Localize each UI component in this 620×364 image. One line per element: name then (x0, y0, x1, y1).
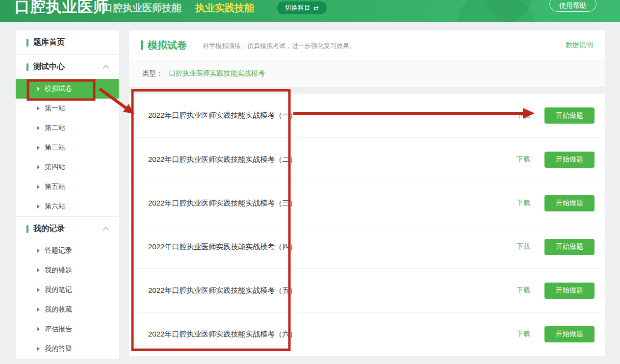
sidebar-item-label: 我的错题 (45, 266, 72, 275)
sidebar-item-station-3[interactable]: 第三站 (16, 138, 119, 157)
start-exam-button[interactable]: 开始做题 (544, 195, 594, 211)
help-button[interactable]: 使用帮助 (549, 0, 596, 12)
start-exam-button[interactable]: 开始做题 (544, 326, 594, 342)
switch-subject-button[interactable]: 切换科目 ⇄ (277, 1, 327, 14)
start-exam-button[interactable]: 开始做题 (544, 107, 594, 124)
exam-row-2: 2022年口腔执业医师实践技能实战模考（二） 下载 开始做题 (134, 137, 600, 181)
sidebar-section-test-center[interactable]: 测试中心 (16, 55, 119, 79)
download-link[interactable]: 下载 (517, 111, 530, 120)
sidebar-section-title: 测试中心 (33, 62, 65, 72)
exam-row-5: 2022年口腔执业医师实践技能实战模考（五） 下载 开始做题 (134, 268, 600, 312)
swap-arrows-icon: ⇄ (313, 4, 319, 12)
data-description-link[interactable]: 数据说明 (566, 41, 593, 50)
sidebar-item-station-2[interactable]: 第二站 (16, 118, 119, 138)
chevron-up-icon[interactable] (103, 227, 109, 233)
exam-title: 2022年口腔执业医师实践技能实战模考（三） (148, 199, 297, 208)
caret-right-icon (37, 126, 40, 130)
filter-label: 类型： (142, 69, 163, 78)
sidebar-item-label: 第三站 (45, 143, 65, 152)
caret-right-icon (37, 308, 40, 312)
page-subtitle: 科学模拟演练，仿真模拟考试，进一步强化复习效果。 (203, 40, 356, 51)
green-bar-icon (141, 40, 143, 50)
site-logo[interactable]: 口腔执业医师 (15, 0, 109, 17)
caret-right-icon (37, 106, 40, 110)
switch-subject-label: 切换科目 (285, 3, 310, 12)
type-filter-bar: 类型： 口腔执业医师实践技能实战模考 (129, 60, 605, 87)
exam-title: 2022年口腔执业医师实践技能实战模考（一） (148, 111, 297, 120)
caret-right-icon (37, 268, 40, 272)
sidebar-item-station-5[interactable]: 第五站 (16, 177, 119, 197)
page: 口腔执业医师 口腔执业医师技能 执业实践技能 切换科目 ⇄ 使用帮助 题库首页 … (0, 0, 620, 364)
sidebar-item-evaluation-report[interactable]: 评估报告 (16, 319, 119, 339)
start-exam-button[interactable]: 开始做题 (544, 283, 594, 299)
sidebar-item-label: 第四站 (45, 163, 65, 172)
sidebar: 题库首页 测试中心 模拟试卷 第一站 第二站 第三站 第四站 (16, 30, 119, 359)
exam-row-3: 2022年口腔执业医师实践技能实战模考（三） 下载 开始做题 (134, 181, 600, 225)
sidebar-item-my-mistakes[interactable]: 我的错题 (16, 260, 119, 280)
sidebar-section-title: 题库首页 (33, 37, 65, 48)
page-title: 模拟试卷 (148, 39, 187, 52)
exam-title: 2022年口腔执业医师实践技能实战模考（六） (148, 330, 297, 339)
exam-list: 2022年口腔执业医师实践技能实战模考（一） 下载 开始做题 2022年口腔执业… (129, 94, 605, 356)
nav-tab-practice-active[interactable]: 执业实践技能 (195, 1, 254, 15)
caret-right-icon (37, 87, 40, 91)
caret-right-icon (37, 146, 40, 150)
green-bar-icon (26, 39, 28, 47)
download-link[interactable]: 下载 (517, 242, 530, 251)
caret-right-icon (37, 347, 40, 351)
caret-right-icon (37, 185, 40, 189)
sidebar-item-mock-papers[interactable]: 模拟试卷 (16, 79, 119, 99)
sidebar-item-label: 第二站 (45, 124, 65, 132)
sidebar-item-label: 第六站 (45, 202, 65, 211)
download-link[interactable]: 下载 (517, 155, 530, 164)
start-exam-button[interactable]: 开始做题 (544, 152, 594, 168)
sidebar-item-station-1[interactable]: 第一站 (16, 99, 119, 118)
sidebar-item-my-questions[interactable]: 我的答疑 (16, 339, 119, 359)
top-header: 口腔执业医师 口腔执业医师技能 执业实践技能 切换科目 ⇄ 使用帮助 (0, 0, 620, 22)
sidebar-item-label: 第一站 (45, 104, 65, 113)
sidebar-item-station-4[interactable]: 第四站 (16, 157, 119, 177)
sidebar-item-my-favorites[interactable]: 我的收藏 (16, 300, 119, 319)
sidebar-item-station-6[interactable]: 第六站 (16, 197, 119, 216)
sidebar-item-label: 模拟试卷 (45, 84, 72, 93)
exam-row-4: 2022年口腔执业医师实践技能实战模考（四） 下载 开始做题 (134, 225, 600, 268)
green-bar-icon (26, 63, 28, 71)
caret-right-icon (37, 327, 40, 331)
download-link[interactable]: 下载 (517, 199, 530, 208)
filter-value-link[interactable]: 口腔执业医师实践技能实战模考 (169, 69, 265, 78)
sidebar-item-label: 我的收藏 (45, 305, 72, 314)
start-exam-button[interactable]: 开始做题 (544, 239, 594, 255)
download-link[interactable]: 下载 (517, 286, 530, 295)
main-title-row: 模拟试卷 科学模拟演练，仿真模拟考试，进一步强化复习效果。 数据说明 (129, 30, 605, 60)
green-bar-icon (26, 225, 28, 233)
exam-title: 2022年口腔执业医师实践技能实战模考（四） (148, 242, 297, 252)
chevron-up-icon[interactable] (103, 65, 109, 71)
sidebar-item-answer-records[interactable]: 答题记录 (16, 241, 119, 260)
sidebar-item-label: 我的答疑 (45, 344, 72, 353)
sidebar-item-label: 第五站 (45, 182, 65, 191)
exam-title: 2022年口腔执业医师实践技能实战模考（五） (148, 286, 297, 295)
exam-row-6: 2022年口腔执业医师实践技能实战模考（六） 下载 开始做题 (134, 312, 600, 356)
main-header-card: 模拟试卷 科学模拟演练，仿真模拟考试，进一步强化复习效果。 数据说明 类型： 口… (129, 30, 605, 87)
sidebar-section-title: 我的记录 (33, 224, 65, 234)
caret-right-icon (37, 288, 40, 292)
sidebar-item-my-notes[interactable]: 我的笔记 (16, 280, 119, 300)
sidebar-item-home[interactable]: 题库首页 (16, 30, 119, 54)
sidebar-item-label: 评估报告 (45, 325, 72, 334)
caret-right-icon (37, 249, 40, 253)
sidebar-item-label: 答题记录 (45, 246, 72, 255)
nav-tab-skill[interactable]: 口腔执业医师技能 (103, 1, 181, 15)
caret-right-icon (37, 205, 40, 208)
download-link[interactable]: 下载 (517, 330, 530, 338)
exam-title: 2022年口腔执业医师实践技能实战模考（二） (148, 155, 297, 164)
exam-row-1: 2022年口腔执业医师实践技能实战模考（一） 下载 开始做题 (134, 94, 600, 137)
sidebar-section-my-records[interactable]: 我的记录 (16, 217, 119, 241)
caret-right-icon (37, 165, 40, 169)
sidebar-item-label: 我的笔记 (45, 286, 72, 294)
